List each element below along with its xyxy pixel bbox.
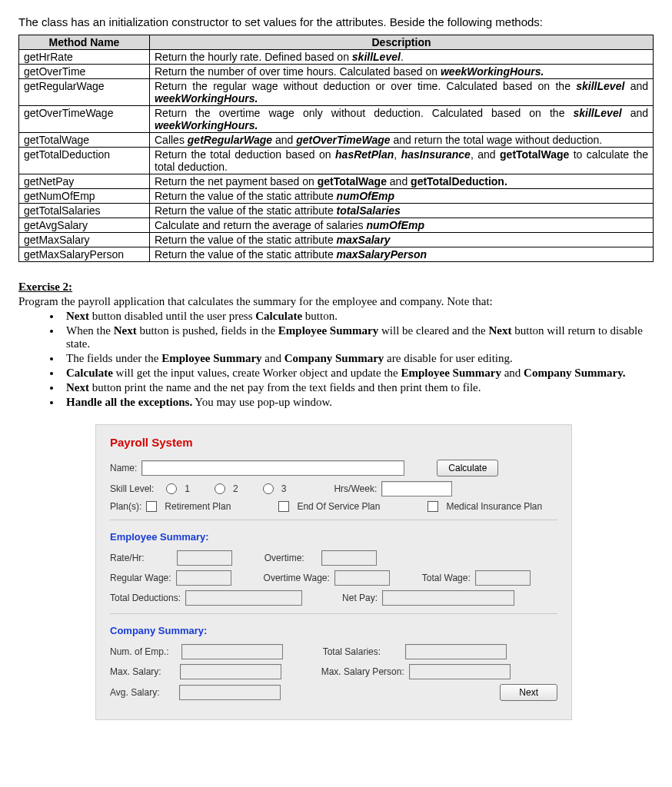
m-desc: Return the regular wage without deductio… bbox=[150, 79, 654, 106]
m-name: getRegularWage bbox=[19, 79, 150, 106]
hrs-input[interactable] bbox=[381, 481, 452, 496]
m-desc: Return the value of the static attribute… bbox=[150, 247, 654, 262]
otwage-label: Overtime Wage: bbox=[264, 573, 330, 583]
totded-output bbox=[185, 590, 302, 606]
list-item: The fields under the Employee Summary an… bbox=[62, 352, 654, 365]
name-label: Name: bbox=[110, 463, 137, 473]
netpay-label: Net Pay: bbox=[342, 593, 378, 603]
m-name: getHrRate bbox=[19, 50, 150, 65]
methods-table: Method Name Description getHrRateReturn … bbox=[18, 35, 654, 262]
avgsal-label: Avg. Salary: bbox=[110, 687, 159, 698]
overtime-output bbox=[321, 550, 377, 566]
m-name: getNumOfEmp bbox=[19, 189, 150, 204]
rate-label: Rate/Hr: bbox=[110, 553, 145, 563]
maxsal-output bbox=[180, 664, 281, 679]
plan-checkbox-medical[interactable] bbox=[427, 501, 438, 512]
otwage-output bbox=[334, 570, 390, 586]
avgsal-output bbox=[179, 685, 281, 700]
m-desc: Return the value of the static attribute… bbox=[150, 233, 654, 247]
totsal-output bbox=[405, 644, 507, 659]
m-name: getAvgSalary bbox=[19, 218, 150, 233]
totded-label: Total Deductions: bbox=[110, 593, 181, 603]
m-name: getTotalDeduction bbox=[19, 148, 150, 174]
m-name: getMaxSalary bbox=[19, 233, 150, 247]
m-name: getTotalSalaries bbox=[19, 204, 150, 218]
m-name: getMaxSalaryPerson bbox=[19, 247, 150, 262]
numemp-label: Num. of Emp.: bbox=[110, 646, 169, 657]
list-item: When the Next button is pushed, fields i… bbox=[62, 324, 654, 350]
plan-checkbox-retirement[interactable] bbox=[146, 501, 157, 512]
numemp-output bbox=[181, 644, 283, 659]
next-button[interactable]: Next bbox=[500, 684, 557, 701]
m-name: getTotalWage bbox=[19, 133, 150, 148]
th-desc: Description bbox=[150, 35, 654, 50]
m-desc: Return the total deduction based on hasR… bbox=[150, 148, 654, 174]
th-method: Method Name bbox=[19, 35, 150, 50]
overtime-label: Overtime: bbox=[264, 553, 304, 563]
skill-radio-3[interactable] bbox=[263, 483, 274, 494]
plan-opt-3: Medical Insurance Plan bbox=[446, 501, 542, 512]
m-desc: Return the hourly rate. Defined based on… bbox=[150, 50, 654, 65]
intro-text: The class has an initialization construc… bbox=[18, 15, 654, 28]
m-name: getNetPay bbox=[19, 174, 150, 189]
comp-section-title: Company Summary: bbox=[110, 625, 557, 636]
m-desc: Return the number of over time hours. Ca… bbox=[150, 65, 654, 79]
regwage-label: Regular Wage: bbox=[110, 573, 171, 583]
plan-opt-2: End Of Service Plan bbox=[297, 501, 380, 512]
skill-opt-2: 2 bbox=[233, 483, 238, 494]
m-desc: Return the overtime wage only without de… bbox=[150, 106, 654, 133]
hrs-label: Hrs/Week: bbox=[334, 483, 377, 494]
exercise-list: Next button disabled until the user pres… bbox=[18, 310, 654, 409]
skill-label: Skill Level: bbox=[110, 483, 154, 494]
m-desc: Calculate and return the average of sala… bbox=[150, 218, 654, 233]
skill-radio-2[interactable] bbox=[215, 483, 225, 494]
m-name: getOverTimeWage bbox=[19, 106, 150, 133]
plan-checkbox-eos[interactable] bbox=[278, 501, 289, 512]
list-item: Calculate will get the input values, cre… bbox=[62, 367, 654, 380]
maxsal-label: Max. Salary: bbox=[110, 666, 161, 677]
skill-radio-1[interactable] bbox=[166, 483, 177, 494]
totwage-label: Total Wage: bbox=[422, 573, 471, 583]
m-desc: Calles getRegularWage and getOverTimeWag… bbox=[150, 133, 654, 148]
calculate-button[interactable]: Calculate bbox=[437, 460, 498, 477]
list-item: Next button print the name and the net p… bbox=[62, 381, 654, 394]
emp-section-title: Employee Summary: bbox=[110, 531, 557, 543]
rate-output bbox=[177, 550, 232, 566]
maxper-label: Max. Salary Person: bbox=[321, 666, 404, 677]
payroll-form: Payroll System Name: Calculate Skill Lev… bbox=[95, 424, 572, 720]
m-desc: Return the net payment based on getTotal… bbox=[150, 174, 654, 189]
name-input[interactable] bbox=[141, 460, 404, 476]
m-name: getOverTime bbox=[19, 65, 150, 79]
m-desc: Return the value of the static attribute… bbox=[150, 189, 654, 204]
regwage-output bbox=[176, 570, 231, 586]
plans-label: Plan(s): bbox=[110, 501, 141, 512]
form-title: Payroll System bbox=[110, 436, 557, 449]
m-desc: Return the value of the static attribute… bbox=[150, 204, 654, 218]
list-item: Handle all the exceptions. You may use p… bbox=[62, 396, 654, 409]
list-item: Next button disabled until the user pres… bbox=[62, 310, 654, 323]
netpay-output bbox=[382, 590, 514, 606]
skill-opt-1: 1 bbox=[185, 483, 190, 494]
exercise-title: Exercise 2: bbox=[18, 281, 654, 294]
plan-opt-1: Retirement Plan bbox=[165, 501, 231, 512]
skill-opt-3: 3 bbox=[281, 483, 287, 494]
maxper-output bbox=[409, 664, 511, 679]
totwage-output bbox=[475, 570, 531, 586]
exercise-intro: Program the payroll application that cal… bbox=[18, 295, 654, 308]
totsal-label: Total Salaries: bbox=[323, 646, 381, 657]
